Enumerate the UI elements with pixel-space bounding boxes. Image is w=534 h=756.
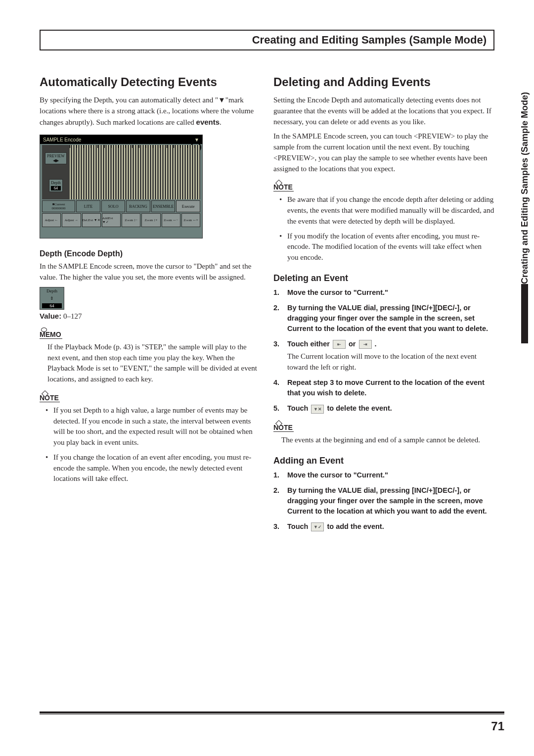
del-note-icon: NOTE [273,424,294,432]
note-icon-right: NOTE [273,183,294,191]
memo-text: If the Playback Mode (p. 43) is "STEP," … [47,342,261,385]
del-step-3: Touch either ⇤ or ⇥ . The Current locati… [273,339,494,373]
del-evt-button[interactable]: Del.Evt ▼✕ [82,213,101,227]
del-step-1: Move the cursor to "Current." [273,287,494,298]
adding-event-heading: Adding an Event [273,456,494,466]
screenshot-titlebar: SAMPLE Encode ▼ [40,135,202,144]
note-bullet-1: If you set Depth to a high value, a larg… [47,405,261,448]
zoom-h-plus-button[interactable]: Zoom ↔+ [181,213,200,227]
add-evt-icon: ▼✓ [311,522,324,531]
value-row: Value: 0–127 [40,312,261,321]
del-step-2: By turning the VALUE dial, pressing [INC… [273,303,494,334]
events-bold: events [196,118,220,126]
adjust-right-icon: ⇥ [359,340,372,349]
depth-subheading: Depth (Encode Depth) [40,249,261,258]
depth-thumbnail: Depth ⇕ 64 [40,287,64,310]
note-icon: NOTE [40,394,60,402]
del-note-text: The events at the beginning and end of a… [281,435,494,446]
adjust-right-button[interactable]: Adjust → [62,213,81,227]
del-step-3-sub: The Current location will move to the lo… [287,351,494,373]
execute-button[interactable]: Execute [176,200,200,212]
heading-auto-detect: Automatically Detecting Events [40,75,261,89]
side-tab-bar [521,284,528,343]
sample-encode-screenshot: SAMPLE Encode ▼ PREVIEW◀▶ Depth 64 [40,135,203,238]
intro-paragraph: By specifying the Depth, you can automat… [40,95,261,128]
right-note-bullet-2: If you modify the location of events aft… [281,231,494,263]
waveform-area: PREVIEW◀▶ Depth 64 [42,145,200,199]
side-tab: Creating and Editing Samples (Sample Mod… [515,89,534,366]
depth-box[interactable]: Depth 64 [49,179,63,192]
right-column: Deleting and Adding Events Setting the E… [273,75,494,537]
note-bullet-2: If you change the location of an event a… [47,452,261,484]
zoom-v-plus-button[interactable]: Zoom ↕+ [141,213,160,227]
value-range: 0–127 [61,312,82,320]
intro-tail: . [220,118,222,126]
add-step-2: By turning the VALUE dial, pressing [INC… [273,485,494,517]
side-tab-label: Creating and Editing Samples (Sample Mod… [520,92,530,284]
del-step-4: Repeat step 3 to move Current to the loc… [273,378,494,398]
waveform-spikes [70,145,200,199]
dropdown-icon: ▼ [194,137,199,142]
adjust-left-button[interactable]: Adjust ← [42,213,61,227]
value-label: Value: [40,312,61,320]
del-evt-icon: ▼✕ [311,405,324,414]
heading-deleting-adding: Deleting and Adding Events [273,75,494,89]
right-note-bullet-1: Be aware that if you change the encode d… [281,194,494,227]
backing-button[interactable]: BACKING [126,200,150,212]
solo-button[interactable]: SOLO [101,200,126,212]
zoom-h-minus-button[interactable]: Zoom ↔− [162,213,180,227]
preview-button[interactable]: PREVIEW◀▶ [45,152,67,164]
footer-rule [40,711,504,714]
left-column: Automatically Detecting Events By specif… [40,75,261,537]
right-p1: Setting the Encode Depth and automatical… [273,95,494,127]
intro-text: By specifying the Depth, you can automat… [40,96,254,126]
mid-row: ■Current 00000000 LITE SOLO BACKING ENSE… [42,200,200,212]
screenshot-title: SAMPLE Encode [43,137,81,142]
deleting-event-heading: Deleting an Event [273,273,494,284]
del-step-5: Touch ▼✕ to delete the event. [273,403,494,414]
add-step-1: Move the cursor to "Current." [273,470,494,480]
zoom-v-minus-button[interactable]: Zoom ↕− [122,213,140,227]
page-number: 71 [491,719,504,733]
current-cell[interactable]: ■Current 00000000 [42,200,75,212]
chapter-title: Creating and Editing Samples (Sample Mod… [40,30,494,50]
add-evt-button[interactable]: AddEvt ▼✓ [102,213,121,227]
adjust-left-icon: ⇤ [333,340,346,349]
depth-paragraph: In the SAMPLE Encode screen, move the cu… [40,261,261,283]
ensemble-button[interactable]: ENSEMBLE [151,200,176,212]
bottom-row: Adjust ← Adjust → Del.Evt ▼✕ AddEvt ▼✓ Z… [42,213,200,227]
memo-icon: MEMO [40,331,62,339]
lite-button[interactable]: LITE [76,200,100,212]
add-step-3: Touch ▼✓ to add the event. [273,521,494,532]
right-p2: In the SAMPLE Encode screen, you can tou… [273,131,494,174]
